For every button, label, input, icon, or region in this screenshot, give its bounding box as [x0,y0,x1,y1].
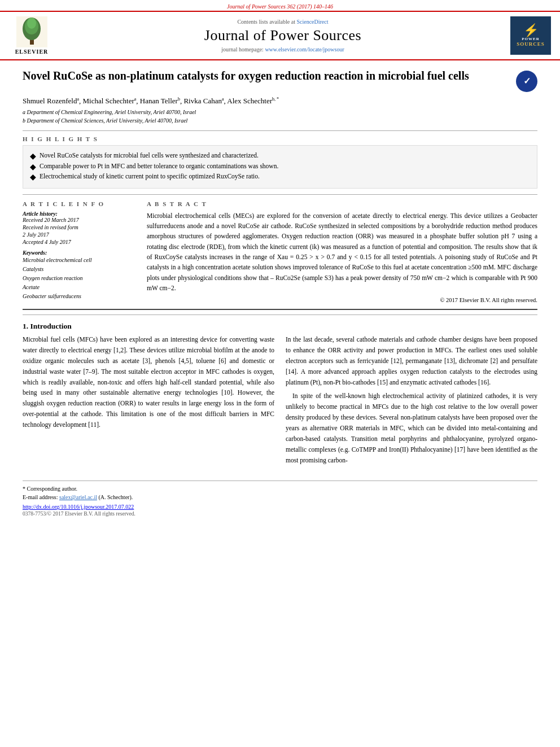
crossmark-badge: ✓ [516,71,537,92]
footer-section: * Corresponding author. E-mail address: … [23,480,537,517]
journal-homepage-line: journal homepage: www.elsevier.com/locat… [221,46,344,53]
highlights-box: ◆ Novel RuCoSe catalysts for microbial f… [23,145,537,188]
corresponding-text: * Corresponding author. [23,486,77,492]
keyword-5: Geobacter sulfurreducens [23,292,135,301]
highlight-2: ◆ Comparable power to Pt in MFC and bett… [30,163,530,171]
science-direct-line: Contents lists available at ScienceDirec… [237,19,328,25]
intro-text-col2: In the last decade, several cathode mate… [286,334,537,466]
affiliation-b: b Department of Chemical Sciences, Ariel… [23,116,537,125]
intro-heading: 1. Introduction [23,322,537,331]
highlight-text-1: Novel RuCoSe catalysts for microbial fue… [40,152,259,159]
copyright-line: © 2017 Elsevier B.V. All rights reserved… [147,297,537,303]
author-affiliations: a Department of Chemical Engineering, Ar… [23,108,537,125]
author-alex-sup: b, * [272,97,279,102]
abstract-col: A B S T R A C T Microbial electrochemica… [147,200,537,303]
accepted-date: Accepted 4 July 2017 [23,239,135,245]
abstract-text: Microbial electrochemical cells (MECs) a… [147,211,537,294]
highlight-text-3: Electrochemical study of kinetic current… [40,173,260,180]
info-abstract-section: A R T I C L E I N F O Article history: R… [23,200,537,303]
crossmark-svg: ✓ [516,71,537,92]
intro-heading-text: 1. Introduction [23,322,72,330]
intro-col-1: Microbial fuel cells (MFCs) have been ex… [23,334,274,470]
power-sources-logo-container: ⚡ POWER SOURCES [506,16,551,55]
email-label: E-mail address: [23,494,58,500]
elsevier-logo: ELSEVIER [9,16,54,55]
svg-point-4 [27,18,36,29]
doi-anchor[interactable]: http://dx.doi.org/10.1016/j.jpowsour.201… [23,504,134,510]
science-direct-link[interactable]: ScienceDirect [296,19,328,25]
homepage-url[interactable]: www.elsevier.com/locate/jpowsour [265,46,344,53]
lightning-icon: ⚡ [523,24,539,37]
email-link[interactable]: salex@ariel.ac.il [59,494,97,500]
journal-title-heading: Journal of Power Sources [204,27,361,44]
article-title: Novel RuCoSe as non-platinum catalysts f… [23,68,510,84]
author-alex: Alex Schechter [227,97,272,105]
intro-para-1-text: Microbial fuel cells (MFCs) have been ex… [23,336,274,429]
article-content: Novel RuCoSe as non-platinum catalysts f… [0,68,560,517]
affiliation-a: a Department of Chemical Engineering, Ar… [23,108,537,116]
issn-line: 0378-7753/© 2017 Elsevier B.V. All right… [23,511,537,517]
divider-2 [23,194,537,195]
intro-body: Microbial fuel cells (MFCs) have been ex… [23,334,537,470]
divider-3 [23,309,537,310]
elsevier-tree-icon [16,16,47,47]
author-rivka-sup: a [222,97,224,102]
abstract-body: Microbial electrochemical cells (MECs) a… [147,212,537,292]
page: Journal of Power Sources 362 (2017) 140–… [0,0,560,747]
received-revised-label: Received in revised form [23,224,135,230]
doi-link: http://dx.doi.org/10.1016/j.jpowsour.201… [23,504,537,510]
bullet-3: ◆ [30,173,36,181]
author-hanan-sup: b [178,97,180,102]
intro-para-2-text: In the last decade, several cathode mate… [286,336,537,386]
divider-1 [23,130,537,131]
svg-text:✓: ✓ [523,76,531,86]
intro-col-2: In the last decade, several cathode mate… [286,334,537,470]
elsevier-brand-text: ELSEVIER [15,49,49,55]
bullet-2: ◆ [30,163,36,171]
logo-sources-text: SOURCES [517,41,545,47]
author-shmuel: Shmuel Rozenfeld [23,97,77,105]
intro-para-2: In the last decade, several cathode mate… [286,334,537,388]
article-info-col: A R T I C L E I N F O Article history: R… [23,200,135,303]
logo-power-text: POWER [522,37,539,41]
article-history: Article history: Received 20 March 2017 … [23,211,135,245]
highlight-text-2: Comparable power to Pt in MFC and better… [40,163,278,169]
received-revised-date: 2 July 2017 [23,231,135,238]
bullet-1: ◆ [30,152,36,160]
intro-para-1: Microbial fuel cells (MFCs) have been ex… [23,334,274,431]
intro-para-3: In spite of the well-known high electroc… [286,391,537,466]
author-shmuel-sup: a [77,97,79,102]
crossmark-icon: ✓ [516,71,537,92]
abstract-title: A B S T R A C T [147,200,537,207]
journal-citation-text: Journal of Power Sources 362 (2017) 140–… [227,3,333,10]
highlights-title: H I G H L I G H T S [23,136,537,142]
power-sources-logo: ⚡ POWER SOURCES [510,16,551,55]
keywords-label: Keywords: [23,250,135,256]
author-hanan: Hanan Teller [140,97,178,105]
elsevier-logo-container: ELSEVIER [9,16,60,55]
keyword-1: Microbial electrochemical cell [23,256,135,265]
journal-header: ELSEVIER Contents lists available at Sci… [0,11,560,60]
email-name: (A. Schechter). [98,494,133,500]
article-title-section: Novel RuCoSe as non-platinum catalysts f… [23,68,537,92]
article-info-title: A R T I C L E I N F O [23,200,135,207]
authors-line: Shmuel Rozenfelda, Michal Schechtera, Ha… [23,97,537,106]
footer-email-line: E-mail address: salex@ariel.ac.il (A. Sc… [23,494,537,500]
keywords-list: Microbial electrochemical cell Catalysts… [23,256,135,301]
intro-text-col1: Microbial fuel cells (MFCs) have been ex… [23,334,274,431]
keyword-2: Catalysts [23,265,135,274]
author-michal: Michal Schechter [82,97,134,105]
intro-para-3-text: In spite of the well-known high electroc… [286,392,537,464]
journal-header-center: Contents lists available at ScienceDirec… [60,16,506,55]
keyword-4: Acetate [23,283,135,292]
highlight-1: ◆ Novel RuCoSe catalysts for microbial f… [30,152,530,160]
divider-4 [23,314,537,315]
keyword-3: Oxygen reduction reaction [23,274,135,283]
corresponding-note: * Corresponding author. [23,486,537,492]
history-label: Article history: [23,211,135,217]
journal-citation-bar: Journal of Power Sources 362 (2017) 140–… [0,0,560,11]
highlight-3: ◆ Electrochemical study of kinetic curre… [30,173,530,181]
author-michal-sup: a [134,97,137,102]
author-rivka: Rivka Cahan [183,97,222,105]
homepage-label: journal homepage: [221,46,264,53]
